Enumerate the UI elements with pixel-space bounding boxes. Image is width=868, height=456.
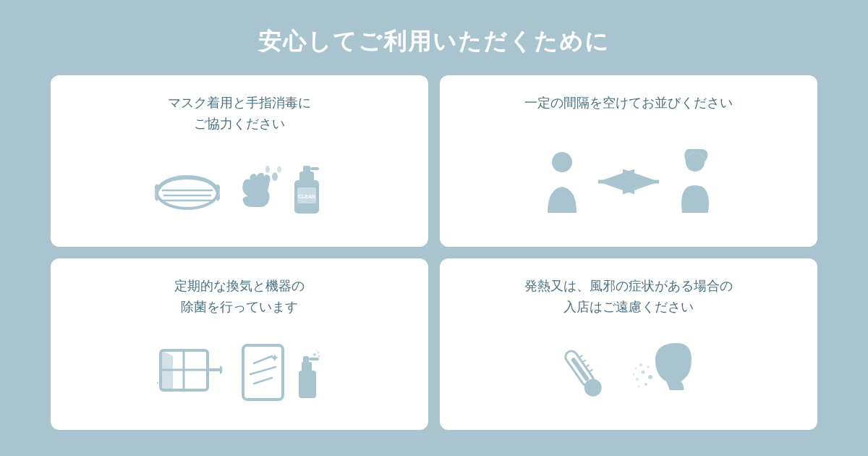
svg-point-34: [318, 351, 320, 353]
page-title: 安心してご利用いただくために: [258, 26, 610, 58]
card-distance-icons: [540, 131, 717, 232]
sanitizer-bottle-icon: CLEAN: [289, 160, 325, 218]
svg-point-6: [277, 166, 281, 172]
svg-rect-30: [302, 362, 312, 372]
svg-text:✦: ✦: [270, 352, 279, 364]
svg-point-46: [636, 378, 639, 381]
svg-line-26: [250, 367, 276, 374]
card-fever-icons: [555, 329, 702, 415]
tablet-icon: ✦: [239, 342, 290, 403]
svg-point-39: [581, 376, 605, 400]
svg-line-43: [590, 370, 592, 372]
svg-text:CLEAN: CLEAN: [297, 194, 315, 199]
card-mask: マスク着用と手指消毒に ご協力ください: [51, 75, 428, 247]
svg-line-42: [586, 365, 589, 367]
svg-point-35: [318, 355, 320, 357]
svg-point-50: [633, 373, 635, 376]
svg-rect-8: [299, 172, 314, 182]
thermometer-icon: [543, 332, 624, 413]
cough-face-icon: [630, 339, 702, 405]
svg-point-47: [644, 383, 647, 386]
svg-point-36: [316, 350, 318, 351]
hand-wash-icon: [237, 164, 284, 218]
card-mask-icons: CLEAN: [155, 146, 325, 232]
svg-point-13: [552, 152, 572, 172]
card-ventilation-icons: ✦: [157, 329, 322, 415]
mask-icon: [155, 167, 220, 211]
card-ventilation: 定期的な換気と機器の 除菌を行っています: [51, 258, 428, 430]
svg-point-51: [647, 366, 650, 368]
svg-marker-22: [220, 366, 222, 374]
card-distance: 一定の間隔を空けてお並びください: [440, 75, 817, 247]
svg-rect-29: [299, 371, 316, 398]
ventilation-icon: [157, 343, 222, 401]
svg-point-33: [313, 353, 316, 356]
svg-point-45: [642, 371, 645, 374]
svg-point-52: [638, 386, 640, 388]
card-ventilation-title: 定期的な換気と機器の 除菌を行っています: [174, 276, 305, 318]
svg-point-49: [639, 363, 642, 366]
svg-point-48: [635, 368, 637, 370]
svg-point-5: [265, 166, 270, 173]
card-mask-title: マスク着用と手指消毒に ご協力ください: [168, 93, 311, 135]
svg-point-4: [272, 172, 278, 181]
svg-rect-31: [303, 356, 309, 363]
card-distance-title: 一定の間隔を空けてお並びください: [524, 93, 733, 114]
spray-bottle-icon: [293, 349, 322, 403]
svg-rect-9: [303, 166, 310, 173]
svg-point-17: [686, 153, 705, 172]
svg-line-41: [583, 360, 586, 363]
card-fever: 発熱又は、風邪の症状がある場合の 入店はご遠慮ください: [440, 258, 817, 430]
svg-line-27: [254, 378, 272, 384]
distance-arrow-icon: [592, 167, 665, 196]
person1-icon: [540, 149, 584, 214]
svg-rect-32: [309, 358, 319, 360]
svg-point-44: [648, 375, 652, 379]
person2-icon: [673, 149, 717, 214]
card-fever-title: 発熱又は、風邪の症状がある場合の 入店はご遠慮ください: [524, 276, 733, 318]
svg-rect-10: [310, 167, 319, 170]
svg-line-40: [579, 355, 582, 358]
card-grid: マスク着用と手指消毒に ご協力ください: [51, 75, 817, 430]
